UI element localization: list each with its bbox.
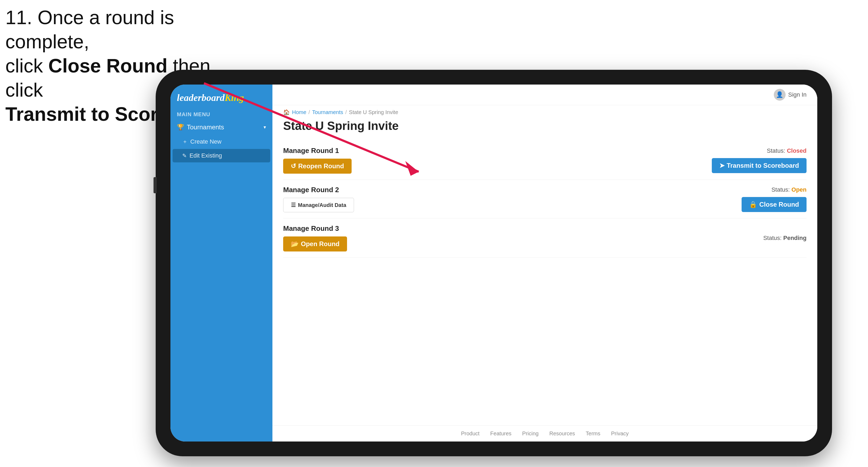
breadcrumb-sep-2: / bbox=[345, 109, 347, 116]
round-2-status-side: Status: Open 🔒 Close Round bbox=[732, 186, 807, 212]
edit-icon: ✎ bbox=[182, 152, 187, 159]
main-menu-label: MAIN MENU bbox=[170, 107, 272, 120]
footer-terms[interactable]: Terms bbox=[586, 431, 600, 437]
user-avatar: 👤 bbox=[774, 89, 785, 101]
app-shell: leaderboardKing MAIN MENU 🏆 Tournaments … bbox=[170, 85, 817, 441]
open-round-label: Open Round bbox=[301, 240, 340, 248]
round-3-status: Status: Pending bbox=[732, 235, 807, 242]
breadcrumb-home-link[interactable]: Home bbox=[292, 109, 306, 116]
round-3-status-value: Pending bbox=[783, 235, 807, 241]
transmit-scoreboard-button[interactable]: ➤ Transmit to Scoreboard bbox=[712, 158, 807, 173]
logo-king: King bbox=[225, 92, 244, 103]
round-1-status-side: Status: Closed ➤ Transmit to Scoreboard bbox=[712, 147, 807, 173]
edit-existing-label: Edit Existing bbox=[189, 152, 222, 159]
breadcrumb-sep-1: / bbox=[308, 109, 310, 116]
lock-icon: 🔒 bbox=[749, 201, 757, 208]
reopen-icon: ↺ bbox=[291, 162, 296, 170]
round-row-3: Manage Round 3 📂 Open Round Status: Pend… bbox=[283, 218, 807, 258]
round-2-label: Manage Round 2 bbox=[283, 186, 354, 194]
reopen-round-button[interactable]: ↺ Reopen Round bbox=[283, 159, 351, 174]
reopen-label: Reopen Round bbox=[298, 162, 344, 170]
open-round-button[interactable]: 📂 Open Round bbox=[283, 237, 347, 251]
sidebar-item-create-new[interactable]: ＋ Create New bbox=[170, 135, 272, 148]
transmit-label: Transmit to Scoreboard bbox=[727, 162, 799, 169]
round-row-1: Manage Round 1 ↺ Reopen Round Status: Cl… bbox=[283, 141, 807, 180]
round-row-2: Manage Round 2 ☰ Manage/Audit Data Statu… bbox=[283, 180, 807, 218]
breadcrumb: 🏠 Home / Tournaments / State U Spring In… bbox=[272, 105, 817, 117]
round-3-label: Manage Round 3 bbox=[283, 224, 353, 233]
round-2-status-value: Open bbox=[792, 186, 807, 193]
sign-in-label[interactable]: Sign In bbox=[788, 91, 807, 98]
round-2-status: Status: Open bbox=[732, 186, 807, 193]
sidebar-item-edit-existing[interactable]: ✎ Edit Existing bbox=[173, 149, 270, 162]
footer-pricing[interactable]: Pricing bbox=[522, 431, 539, 437]
transmit-icon: ➤ bbox=[719, 162, 725, 169]
footer-features[interactable]: Features bbox=[490, 431, 512, 437]
top-bar: 👤 Sign In bbox=[272, 85, 817, 105]
round-1-label: Manage Round 1 bbox=[283, 147, 353, 155]
round-1-status-value: Closed bbox=[787, 147, 807, 154]
tablet-device: leaderboardKing MAIN MENU 🏆 Tournaments … bbox=[156, 70, 832, 456]
logo-leaderboard: leaderboard bbox=[177, 92, 225, 103]
logo: leaderboardKing bbox=[177, 92, 266, 103]
content-area: Manage Round 1 ↺ Reopen Round Status: Cl… bbox=[272, 138, 817, 426]
audit-label: Manage/Audit Data bbox=[298, 202, 346, 208]
tournaments-nav-label: Tournaments bbox=[187, 123, 224, 131]
footer: Product Features Pricing Resources Terms… bbox=[272, 426, 817, 441]
close-round-button[interactable]: 🔒 Close Round bbox=[742, 197, 807, 212]
logo-area: leaderboardKing bbox=[170, 85, 272, 107]
round-3-status-side: Status: Pending bbox=[732, 235, 807, 242]
close-round-label: Close Round bbox=[759, 201, 799, 208]
plus-icon: ＋ bbox=[182, 138, 188, 145]
sidebar-item-tournaments[interactable]: 🏆 Tournaments ▾ bbox=[170, 120, 272, 135]
breadcrumb-home-icon: 🏠 bbox=[283, 109, 290, 116]
tablet-screen: leaderboardKing MAIN MENU 🏆 Tournaments … bbox=[170, 85, 817, 441]
main-content: 👤 Sign In 🏠 Home / Tournaments / State U… bbox=[272, 85, 817, 441]
create-new-label: Create New bbox=[190, 138, 221, 145]
page-title: State U Spring Invite bbox=[272, 117, 817, 138]
breadcrumb-tournaments-link[interactable]: Tournaments bbox=[312, 109, 343, 116]
trophy-icon: 🏆 bbox=[177, 124, 184, 131]
footer-product[interactable]: Product bbox=[461, 431, 479, 437]
chevron-down-icon: ▾ bbox=[264, 124, 266, 130]
sign-in-area[interactable]: 👤 Sign In bbox=[774, 89, 807, 101]
footer-resources[interactable]: Resources bbox=[550, 431, 575, 437]
round-1-status: Status: Closed bbox=[712, 147, 807, 154]
breadcrumb-current: State U Spring Invite bbox=[349, 109, 398, 116]
volume-button bbox=[154, 177, 157, 193]
open-icon: 📂 bbox=[291, 240, 299, 248]
audit-icon: ☰ bbox=[291, 202, 296, 208]
sidebar: leaderboardKing MAIN MENU 🏆 Tournaments … bbox=[170, 85, 272, 441]
manage-audit-button[interactable]: ☰ Manage/Audit Data bbox=[283, 198, 354, 212]
footer-privacy[interactable]: Privacy bbox=[611, 431, 629, 437]
